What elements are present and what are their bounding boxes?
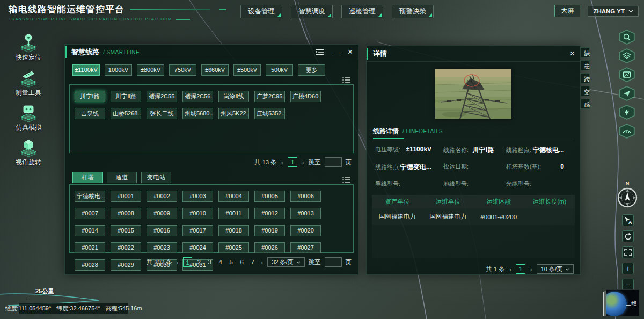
voltage-filter-chip[interactable]: 1000kV: [105, 64, 132, 76]
voltage-filter-chip[interactable]: 500kV: [266, 64, 293, 76]
side-tab-hazard[interactable]: 患: [580, 60, 590, 70]
tower-chip[interactable]: #0012: [254, 208, 285, 219]
prev-page-icon[interactable]: ‹: [509, 265, 512, 273]
tool-simulation[interactable]: 仿真模拟: [12, 102, 45, 132]
list-view-icon[interactable]: [342, 77, 350, 83]
voltage-filter-chip[interactable]: 更多: [298, 64, 325, 76]
page-number[interactable]: 7: [249, 257, 257, 267]
facility-tab[interactable]: 通道: [107, 172, 137, 183]
tower-chip[interactable]: #0028: [75, 259, 105, 271]
tower-chip[interactable]: #0008: [111, 208, 141, 219]
zoom-out-button[interactable]: −: [622, 279, 634, 291]
fullscreen-button[interactable]: [622, 247, 634, 258]
tower-chip[interactable]: #0009: [147, 208, 177, 219]
current-page[interactable]: 1: [288, 157, 297, 167]
tower-chip[interactable]: #0026: [254, 242, 285, 253]
hex-search-tool[interactable]: [618, 30, 635, 45]
line-chip[interactable]: 广梦2C95...: [254, 91, 285, 102]
close-icon[interactable]: ×: [348, 48, 353, 56]
tower-chip[interactable]: #0004: [218, 191, 249, 202]
tower-chip[interactable]: #0003: [182, 191, 213, 202]
tower-chip[interactable]: #0016: [147, 225, 177, 236]
tower-chip[interactable]: #0014: [75, 225, 105, 236]
voltage-filter-chip[interactable]: ±800kV: [137, 64, 164, 76]
tower-chip[interactable]: #0018: [218, 225, 249, 236]
line-chip[interactable]: 庄城5352...: [254, 108, 285, 119]
tower-chip[interactable]: #0013: [290, 208, 321, 219]
page-number[interactable]: 2: [195, 257, 203, 267]
tower-chip[interactable]: #0006: [290, 191, 321, 202]
pick-label-button[interactable]: A: [622, 214, 634, 226]
page-number[interactable]: 3: [206, 257, 214, 267]
voltage-filter-chip[interactable]: ±500kV: [233, 64, 261, 76]
tower-chip[interactable]: #0017: [182, 225, 213, 236]
hex-bridge-tool[interactable]: [618, 124, 635, 139]
tool-view-rotate[interactable]: 视角旋转: [12, 137, 45, 167]
side-tab-intersection[interactable]: 交: [580, 86, 590, 96]
tower-chip[interactable]: #0024: [182, 242, 213, 253]
line-chip[interactable]: 川宁Ⅰ路: [75, 91, 105, 102]
tower-chip[interactable]: #0015: [111, 225, 141, 236]
line-chip[interactable]: 川宁Ⅱ路: [111, 91, 141, 102]
side-tab-defect[interactable]: 缺: [580, 47, 590, 57]
nav-warning-decision[interactable]: 预警决策: [392, 5, 434, 18]
prev-page-icon[interactable]: ‹: [281, 158, 284, 166]
prev-page-icon[interactable]: ‹: [176, 258, 179, 266]
user-menu[interactable]: ZHANG YT: [588, 6, 639, 17]
nav-inspection-management[interactable]: 巡检管理: [341, 5, 383, 18]
tower-chip[interactable]: #0011: [218, 208, 249, 219]
tower-chip[interactable]: #0007: [75, 208, 105, 219]
line-chip[interactable]: 山桥5268...: [111, 108, 141, 119]
current-page[interactable]: 1: [516, 264, 525, 274]
close-icon[interactable]: ×: [570, 50, 575, 57]
indent-list-icon[interactable]: [316, 49, 324, 55]
hex-imagery-tool[interactable]: [618, 67, 635, 82]
tower-chip[interactable]: #0022: [111, 242, 141, 253]
side-tab-crossing[interactable]: 跨: [580, 73, 590, 83]
page-size-select[interactable]: 32 条/页: [267, 257, 304, 267]
tower-chip[interactable]: #0001: [111, 191, 141, 202]
tool-measure[interactable]: 测量工具: [12, 67, 45, 97]
list-view-icon[interactable]: [342, 177, 350, 183]
nav-device-management[interactable]: 设备管理: [240, 5, 282, 18]
facility-tab[interactable]: 杆塔: [72, 172, 103, 183]
hex-lightning-tool[interactable]: [618, 105, 635, 120]
tower-chip[interactable]: #0020: [290, 225, 321, 236]
transmission-tower-photo[interactable]: [435, 69, 511, 119]
voltage-filter-chip[interactable]: 750kV: [169, 64, 196, 76]
table-row[interactable]: 国网福建电力国网福建电力#0001-#0200: [372, 208, 575, 225]
tower-chip[interactable]: 宁德核电...: [75, 191, 105, 202]
line-chip[interactable]: 州凤5K22...: [218, 108, 249, 119]
next-page-icon[interactable]: ›: [529, 265, 532, 273]
tower-chip[interactable]: #0019: [254, 225, 285, 236]
compass[interactable]: N: [616, 180, 639, 209]
line-chip[interactable]: 岗涂Ⅱ线: [218, 91, 249, 102]
minimize-icon[interactable]: —: [332, 48, 340, 56]
tower-chip[interactable]: #0021: [75, 242, 105, 253]
hex-flight-tool[interactable]: [618, 86, 635, 101]
page-number[interactable]: 5: [228, 257, 235, 267]
voltage-filter-chip[interactable]: ±660kV: [201, 64, 229, 76]
line-chip[interactable]: 吉泉线: [75, 108, 105, 119]
jump-page-input[interactable]: [325, 157, 342, 167]
line-chip[interactable]: 张长二线: [147, 108, 177, 119]
tower-chip[interactable]: #0025: [218, 242, 249, 253]
tower-chip[interactable]: #0005: [254, 191, 285, 202]
tool-quick-locate[interactable]: 快速定位: [12, 32, 45, 62]
page-number[interactable]: 4: [217, 257, 224, 267]
hex-layers-tool[interactable]: [618, 48, 635, 63]
page-size-select[interactable]: 10 条/页: [537, 264, 574, 274]
line-chip[interactable]: 褚挥2C56...: [182, 91, 213, 102]
next-page-icon[interactable]: ›: [301, 158, 304, 166]
jump-page-input[interactable]: [325, 257, 342, 267]
tower-chip[interactable]: #0029: [111, 259, 141, 271]
line-chip[interactable]: 州城5680...: [182, 108, 213, 119]
line-chip[interactable]: 广桃4D60...: [290, 91, 321, 102]
page-number[interactable]: 6: [238, 257, 246, 267]
tower-chip[interactable]: #0027: [290, 242, 321, 253]
minimap-3d-toggle[interactable]: 三维: [605, 289, 638, 317]
page-number[interactable]: 1: [183, 257, 192, 267]
side-tab-sensing[interactable]: 感: [580, 99, 590, 109]
facility-tab[interactable]: 变电站: [141, 172, 171, 183]
line-chip[interactable]: 褚挥2C55...: [147, 91, 177, 102]
